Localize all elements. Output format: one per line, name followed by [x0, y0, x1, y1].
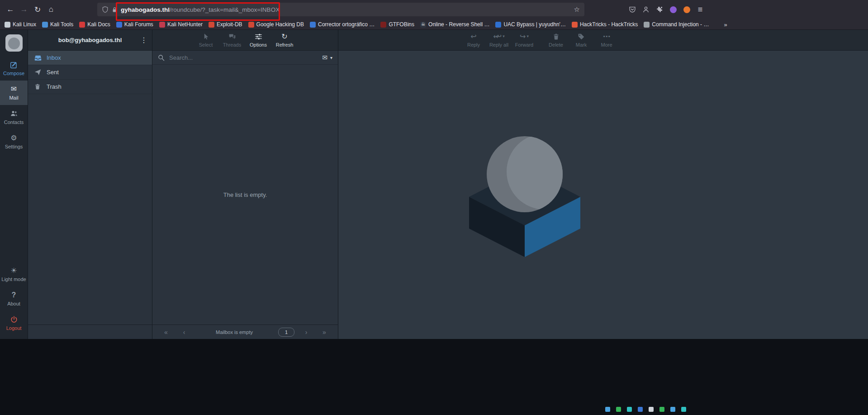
forward-button[interactable]: →	[17, 3, 31, 16]
bookmark-item[interactable]: Kali Tools	[42, 21, 73, 28]
more-button[interactable]: ⋯ More	[595, 33, 618, 48]
sidebar-item-contacts[interactable]: Contacts	[0, 105, 28, 129]
browser-navbar: ← → ↻ ⌂ gyhabogados.thl/roundcube/?_task…	[0, 0, 868, 19]
folder-item-trash[interactable]: Trash	[28, 80, 152, 94]
bookmark-item[interactable]: Google Hacking DB	[248, 21, 304, 28]
sidebar-item-about[interactable]: ? About	[0, 286, 28, 311]
kebab-menu-icon[interactable]: ⋮	[140, 30, 147, 50]
folders-footer	[28, 324, 152, 339]
first-page-button[interactable]: «	[157, 329, 175, 336]
bookmark-label: Kali Docs	[87, 21, 110, 28]
bookmark-label: Exploit-DB	[217, 21, 242, 28]
roundcube-logo[interactable]	[5, 34, 23, 52]
tray-icon[interactable]	[638, 407, 643, 412]
page-number-input[interactable]: 1	[278, 328, 294, 337]
bookmark-label: Kali Tools	[50, 21, 73, 28]
extension-purple-icon[interactable]	[667, 3, 679, 16]
refresh-button[interactable]: ↻ Refresh	[273, 33, 296, 48]
url-path: /roundcube/?_task=mail&_mbox=INBOX	[170, 6, 280, 13]
bookmark-item[interactable]: Kali Forums	[116, 21, 153, 28]
question-icon: ?	[12, 291, 16, 299]
bookmark-favicon	[79, 22, 85, 28]
bookmark-item[interactable]: Kali Linux	[5, 21, 36, 28]
threads-icon	[228, 33, 236, 41]
bookmark-item[interactable]: GTFOBins	[380, 21, 414, 28]
lock-icon[interactable]	[112, 6, 118, 13]
next-page-button[interactable]: ›	[297, 329, 315, 336]
reload-button[interactable]: ↻	[31, 3, 44, 16]
bookmark-label: Online - Reverse Shell …	[428, 21, 489, 28]
bookmark-item[interactable]: HackTricks - HackTricks	[572, 21, 638, 28]
bookmark-favicon	[42, 22, 48, 28]
options-button[interactable]: Options	[247, 33, 270, 48]
menu-button[interactable]: ≡	[694, 3, 706, 16]
reply-all-button[interactable]: ↩↩ ▾ Reply all	[488, 33, 510, 48]
back-button[interactable]: ←	[4, 3, 17, 16]
refresh-icon: ↻	[281, 33, 287, 41]
tray-icon[interactable]	[659, 407, 664, 412]
content-pane: ↩ Reply ↩↩ ▾ Reply all ↪ ▾ Forward	[338, 30, 868, 339]
bookmark-item[interactable]: Kali NetHunter	[159, 21, 203, 28]
trash-icon	[553, 33, 560, 41]
mark-button[interactable]: Mark	[570, 33, 593, 48]
tray-icon[interactable]	[605, 407, 610, 412]
cursor-icon	[202, 33, 209, 41]
toolbar-button-label: Reply all	[489, 42, 508, 48]
bookmark-favicon	[248, 22, 254, 28]
message-list-panel: Select Threads Options ↻ Refresh	[152, 30, 338, 339]
bookmark-item[interactable]: Exploit-DB	[209, 21, 242, 28]
browser-chrome: ← → ↻ ⌂ gyhabogados.thl/roundcube/?_task…	[0, 0, 868, 30]
compose-icon	[10, 61, 18, 69]
bookmark-favicon	[380, 22, 386, 28]
sidebar-item-logout[interactable]: Logout	[0, 311, 28, 335]
bookmark-item[interactable]: Kali Docs	[79, 21, 110, 28]
bookmark-item[interactable]: Corrector ortográfico …	[310, 21, 375, 28]
bookmark-favicon	[644, 22, 650, 28]
forward-button-mail[interactable]: ↪ ▾ Forward	[513, 33, 536, 48]
toolbar-button-label: Refresh	[276, 42, 294, 48]
pocket-icon[interactable]	[626, 3, 638, 16]
tray-icon[interactable]	[616, 407, 621, 412]
home-icon: ⌂	[49, 5, 53, 14]
bookmarks-overflow-chevron[interactable]: »	[724, 21, 727, 28]
bookmark-item[interactable]: Command Injection - …	[644, 21, 709, 28]
tray-icon[interactable]	[649, 407, 654, 412]
tracking-shield-icon[interactable]	[102, 6, 109, 13]
message-list-empty: The list is empty.	[152, 65, 338, 324]
reply-button[interactable]: ↩ Reply	[462, 33, 485, 48]
folder-item-sent[interactable]: Sent	[28, 65, 152, 80]
account-icon[interactable]	[640, 3, 652, 16]
folder-label: Inbox	[47, 54, 61, 61]
tray-icon[interactable]	[670, 407, 675, 412]
account-email: bob@gyhabogados.thl	[58, 37, 122, 43]
search-scope-control[interactable]: ✉ ▾	[322, 54, 332, 61]
ellipsis-icon: ⋯	[603, 33, 610, 41]
bookmark-star-icon[interactable]: ☆	[574, 5, 580, 14]
sidebar-item-compose[interactable]: Compose	[0, 56, 28, 81]
toolbar-button-label: Mark	[576, 42, 587, 48]
prev-page-button[interactable]: ‹	[175, 329, 193, 336]
sidebar-item-light-mode[interactable]: ☀ Light mode	[0, 262, 28, 286]
sidebar-item-mail[interactable]: ✉ Mail	[0, 81, 28, 105]
bookmarks-bar: Kali Linux Kali Tools Kali Docs Kali For…	[0, 19, 868, 30]
threads-button[interactable]: Threads	[221, 33, 243, 48]
bookmark-label: GTFOBins	[389, 21, 414, 28]
url-bar[interactable]: gyhabogados.thl/roundcube/?_task=mail&_m…	[97, 3, 584, 16]
extension-orange-icon[interactable]	[681, 3, 693, 16]
inbox-icon	[34, 54, 42, 62]
sidebar-item-settings[interactable]: ⚙ Settings	[0, 129, 28, 154]
home-button[interactable]: ⌂	[44, 3, 58, 16]
tray-icon[interactable]	[681, 407, 686, 412]
extensions-puzzle-icon[interactable]	[654, 3, 665, 16]
chevron-down-icon: ▾	[503, 34, 505, 38]
search-input[interactable]	[168, 54, 318, 62]
bookmark-item[interactable]: ☠Online - Reverse Shell …	[420, 21, 489, 28]
bookmark-item[interactable]: UAC Bypass | yuyudhn'…	[495, 21, 565, 28]
tag-icon	[578, 33, 585, 41]
tray-icon[interactable]	[627, 407, 632, 412]
folder-item-inbox[interactable]: Inbox	[28, 51, 152, 65]
last-page-button[interactable]: »	[315, 329, 333, 336]
roundcube-watermark-logo	[457, 127, 593, 262]
select-button[interactable]: Select	[194, 33, 217, 48]
delete-button[interactable]: Delete	[545, 33, 567, 48]
